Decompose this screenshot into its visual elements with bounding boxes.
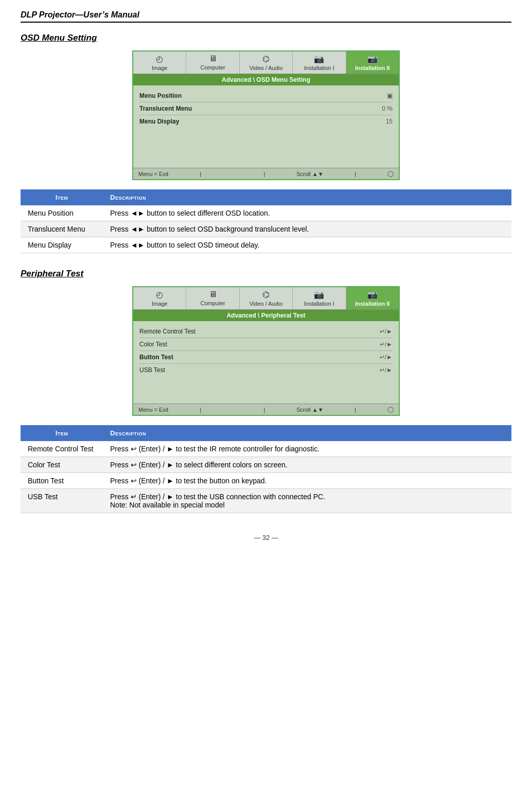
peripheral-screenshot-container: ◴ Image 🖥 Computer ⌬ Video / Audio 📷 Ins… — [21, 286, 511, 416]
page-header: DLP Projector—User’s Manual — [21, 10, 511, 23]
peripheral-row1-desc: Press ↩ (Enter) / ► to select different … — [103, 457, 511, 473]
osd-screen-footer: Menu = Exit | | Scroll ▲▼ | ◯ — [133, 168, 399, 179]
peripheral-tab-bar: ◴ Image 🖥 Computer ⌬ Video / Audio 📷 Ins… — [133, 287, 399, 310]
video-audio-tab-icon: ⌬ — [242, 54, 290, 64]
osd-screen-body: Menu Position ▣ Translucent Menu 0 % Men… — [133, 85, 399, 168]
ptab-installation-i[interactable]: 📷 Installation I — [293, 287, 346, 309]
osd-row1-desc: Press ◄► button to select OSD background… — [103, 221, 511, 237]
osd-tab-bar: ◴ Image 🖥 Computer ⌬ Video / Audio 📷 Ins… — [133, 51, 399, 74]
peripheral-row0-item: Remote Control Test — [21, 441, 103, 457]
peripheral-breadcrumb: Advanced \ Peripheral Test — [133, 310, 399, 321]
peripheral-row3-desc: Press ↵ (Enter) / ► to test the USB conn… — [103, 489, 511, 513]
peripheral-row-usb-test: USB Test ↵/► — [139, 364, 393, 376]
osd-table-row-2: Menu Display Press ◄► button to select O… — [21, 237, 511, 253]
peripheral-row2-desc: Press ↩ (Enter) / ► to test the button o… — [103, 473, 511, 489]
osd-section: OSD Menu Setting ◴ Image 🖥 Computer ⌬ Vi… — [21, 33, 511, 253]
computer-tab-icon: 🖥 — [188, 54, 237, 63]
osd-screenshot: ◴ Image 🖥 Computer ⌬ Video / Audio 📷 Ins… — [132, 50, 400, 180]
ptab-computer-icon: 🖥 — [188, 290, 237, 299]
image-tab-icon: ◴ — [135, 54, 184, 64]
peripheral-table-row-1: Color Test Press ↩ (Enter) / ► to select… — [21, 457, 511, 473]
tab-image[interactable]: ◴ Image — [133, 51, 186, 74]
peripheral-table-header-description: Description — [103, 425, 511, 441]
peripheral-row-color-test: Color Test ↵/► — [139, 338, 393, 351]
ptab-image-icon: ◴ — [135, 290, 184, 300]
tab-installation-i[interactable]: 📷 Installation I — [293, 51, 346, 74]
peripheral-row3-item: USB Test — [21, 489, 103, 513]
peripheral-table: Item Description Remote Control Test Pre… — [21, 425, 511, 513]
peripheral-table-header-item: Item — [21, 425, 103, 441]
peripheral-screen-footer: Menu = Exit | | Scroll ▲▼ | ◯ — [133, 404, 399, 415]
peripheral-table-row-0: Remote Control Test Press ↩ (Enter) / ► … — [21, 441, 511, 457]
peripheral-row-button-test: Button Test ↵/► — [139, 351, 393, 364]
peripheral-row0-desc: Press ↩ (Enter) / ► to test the IR remot… — [103, 441, 511, 457]
peripheral-table-header-row: Item Description — [21, 425, 511, 441]
peripheral-section-title: Peripheral Test — [21, 269, 511, 279]
ptab-installation-ii[interactable]: 📷 Installation II — [346, 287, 399, 309]
peripheral-screenshot: ◴ Image 🖥 Computer ⌬ Video / Audio 📷 Ins… — [132, 286, 400, 416]
osd-table-header-item: Item — [21, 189, 103, 205]
installation-ii-tab-icon: 📷 — [348, 54, 397, 64]
osd-row1-item: Translucent Menu — [21, 221, 103, 237]
osd-row-translucent-menu: Translucent Menu 0 % — [139, 102, 393, 115]
ptab-installation-ii-icon: 📷 — [348, 290, 397, 300]
osd-table: Item Description Menu Position Press ◄► … — [21, 189, 511, 253]
osd-row2-item: Menu Display — [21, 237, 103, 253]
installation-i-tab-icon: 📷 — [295, 54, 343, 64]
osd-screenshot-container: ◴ Image 🖥 Computer ⌬ Video / Audio 📷 Ins… — [21, 50, 511, 180]
peripheral-row2-item: Button Test — [21, 473, 103, 489]
peripheral-table-row-3: USB Test Press ↵ (Enter) / ► to test the… — [21, 489, 511, 513]
osd-table-row-1: Translucent Menu Press ◄► button to sele… — [21, 221, 511, 237]
ptab-video-audio[interactable]: ⌬ Video / Audio — [240, 287, 293, 309]
osd-section-title: OSD Menu Setting — [21, 33, 511, 43]
page-footer: — 32 — — [21, 534, 511, 541]
peripheral-row-remote-control: Remote Control Test ↵/► — [139, 325, 393, 338]
ptab-installation-i-icon: 📷 — [295, 290, 343, 300]
osd-table-row-0: Menu Position Press ◄► button to select … — [21, 205, 511, 221]
osd-row-menu-position: Menu Position ▣ — [139, 90, 393, 102]
osd-breadcrumb: Advanced \ OSD Menu Setting — [133, 74, 399, 85]
peripheral-row1-item: Color Test — [21, 457, 103, 473]
ptab-computer[interactable]: 🖥 Computer — [186, 287, 239, 309]
osd-row2-desc: Press ◄► button to select OSD timeout de… — [103, 237, 511, 253]
osd-table-header-row: Item Description — [21, 189, 511, 205]
peripheral-screen-body: Remote Control Test ↵/► Color Test ↵/► B… — [133, 321, 399, 404]
ptab-image[interactable]: ◴ Image — [133, 287, 186, 309]
tab-computer[interactable]: 🖥 Computer — [186, 51, 239, 74]
osd-row0-item: Menu Position — [21, 205, 103, 221]
osd-row0-desc: Press ◄► button to select different OSD … — [103, 205, 511, 221]
ptab-video-audio-icon: ⌬ — [242, 290, 290, 300]
tab-installation-ii[interactable]: 📷 Installation II — [346, 51, 399, 74]
peripheral-section: Peripheral Test ◴ Image 🖥 Computer ⌬ Vid… — [21, 269, 511, 513]
osd-row-menu-display: Menu Display 15 — [139, 115, 393, 128]
tab-video-audio[interactable]: ⌬ Video / Audio — [240, 51, 293, 74]
peripheral-table-row-2: Button Test Press ↩ (Enter) / ► to test … — [21, 473, 511, 489]
osd-table-header-description: Description — [103, 189, 511, 205]
